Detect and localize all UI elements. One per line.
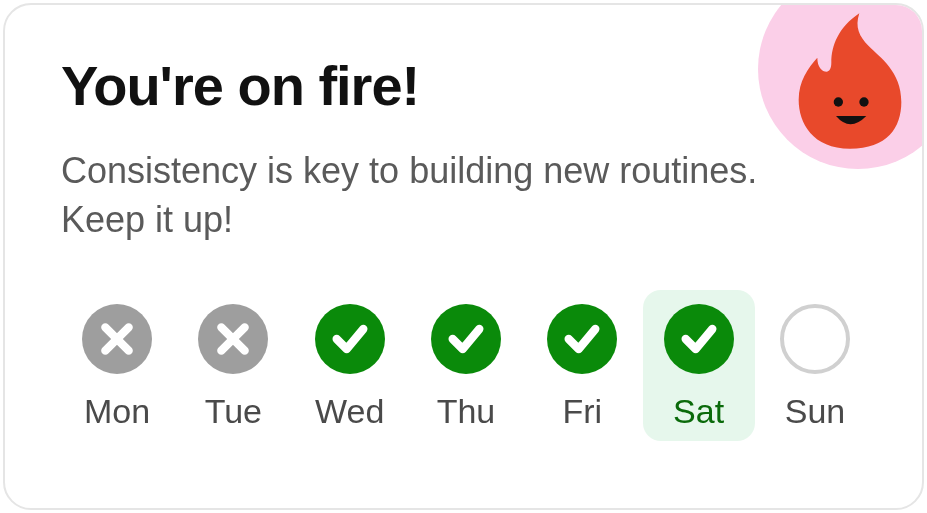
streak-card: You're on fire! Consistency is key to bu… [3,3,924,510]
day-sun: Sun [759,290,871,441]
check-icon [431,304,501,374]
check-icon [547,304,617,374]
cross-icon [82,304,152,374]
fire-icon [790,11,910,151]
day-thu: Thu [410,290,522,441]
fire-badge [758,3,924,169]
days-row: Mon Tue Wed Thu Fri [61,290,871,441]
svg-point-1 [859,97,868,106]
day-fri: Fri [526,290,638,441]
card-title: You're on fire! [61,53,419,118]
card-subtitle: Consistency is key to building new routi… [61,147,781,244]
cross-icon [198,304,268,374]
check-icon [664,304,734,374]
day-tue: Tue [177,290,289,441]
empty-circle-icon [780,304,850,374]
check-icon [315,304,385,374]
day-label: Sat [673,392,724,431]
day-label: Wed [315,392,384,431]
day-label: Mon [84,392,150,431]
svg-point-0 [834,97,843,106]
day-sat: Sat [643,290,755,441]
day-mon: Mon [61,290,173,441]
day-label: Tue [205,392,262,431]
day-wed: Wed [294,290,406,441]
day-label: Fri [562,392,602,431]
day-label: Thu [437,392,496,431]
day-label: Sun [785,392,846,431]
